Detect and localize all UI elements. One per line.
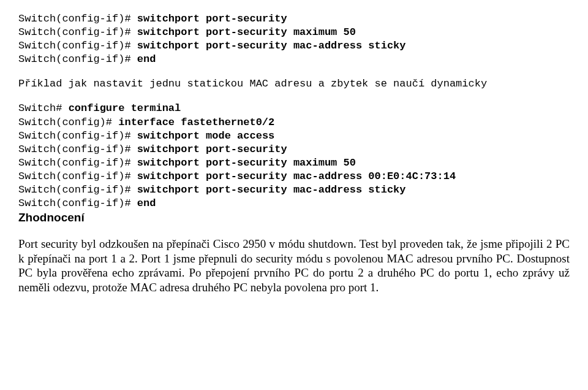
cli-prompt: Switch(config-if)#: [18, 157, 137, 169]
cli-prompt: Switch(config-if)#: [18, 197, 137, 209]
code-block-2: Switch# configure terminal Switch(config…: [18, 102, 570, 210]
cli-command: switchport port-security mac-address sti…: [137, 184, 406, 196]
cli-command: end: [137, 53, 156, 65]
cli-command: interface fastethernet0/2: [118, 117, 274, 128]
code-block-1: Switch(config-if)# switchport port-secur…: [18, 12, 570, 66]
cli-prompt: Switch(config-if)#: [18, 184, 137, 196]
cli-command: end: [137, 197, 156, 209]
cli-prompt: Switch(config)#: [18, 117, 118, 128]
cli-prompt: Switch(config-if)#: [18, 40, 137, 52]
cli-command: switchport port-security mac-address 00:…: [137, 170, 456, 182]
intro-text: Příklad jak nastavit jednu statickou MAC…: [18, 77, 570, 91]
cli-prompt: Switch(config-if)#: [18, 26, 137, 38]
cli-command: switchport port-security mac-address sti…: [137, 40, 406, 52]
cli-prompt: Switch(config-if)#: [18, 13, 137, 25]
cli-prompt: Switch#: [18, 102, 69, 114]
cli-prompt: Switch(config-if)#: [18, 130, 137, 142]
cli-command: switchport mode access: [137, 130, 274, 142]
cli-command: switchport port-security: [137, 13, 287, 25]
cli-command: switchport port-security maximum 50: [137, 26, 356, 38]
summary-paragraph: Port security byl odzkoušen na přepínači…: [18, 237, 570, 295]
cli-command: configure terminal: [69, 102, 181, 114]
section-heading: Zhodnocení: [18, 210, 570, 226]
cli-prompt: Switch(config-if)#: [18, 170, 137, 182]
cli-prompt: Switch(config-if)#: [18, 53, 137, 65]
cli-prompt: Switch(config-if)#: [18, 143, 137, 155]
cli-command: switchport port-security: [137, 143, 287, 155]
cli-command: switchport port-security maximum 50: [137, 157, 356, 169]
